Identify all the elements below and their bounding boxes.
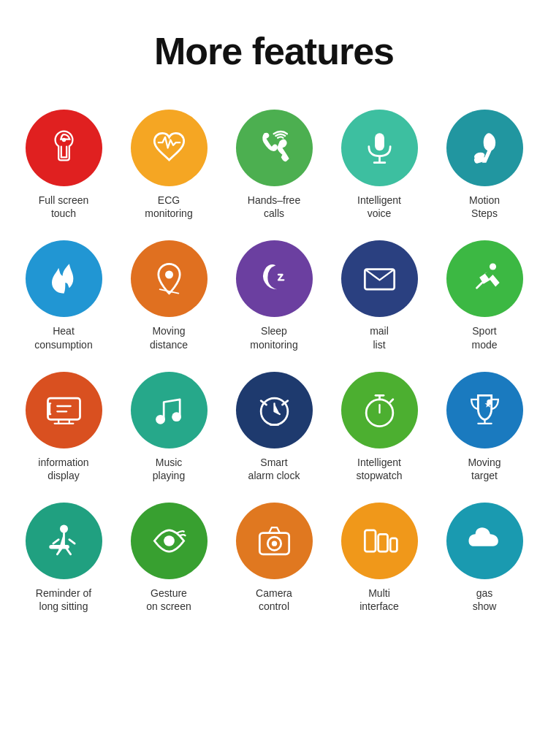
svg-point-10 [156, 415, 165, 424]
feature-item-gesture-on-screen: Gesture on screen [120, 503, 218, 613]
svg-point-6 [165, 271, 173, 279]
svg-point-22 [164, 535, 175, 546]
feature-icon-camera-control [236, 503, 313, 579]
feature-label-hands-free-calls: Hands–free calls [248, 194, 300, 220]
feature-icon-ecg-monitoring [131, 110, 208, 186]
feature-item-multi-interface: Multi interface [330, 503, 428, 613]
feature-item-smart-alarm-clock: Smart alarm clock [225, 372, 323, 482]
feature-item-full-screen-touch: Full screen touch [15, 110, 113, 220]
feature-icon-smart-alarm-clock [236, 372, 313, 448]
feature-item-intelligent-stopwatch: Intelligent stopwatch [330, 372, 428, 482]
page-title: More features [15, 29, 533, 73]
svg-point-20 [60, 525, 68, 533]
svg-line-16 [390, 400, 393, 402]
feature-item-heat-consumption: Heat consumption [15, 240, 113, 351]
feature-label-moving-distance: Moving distance [150, 324, 188, 351]
feature-icon-gas-show [446, 503, 523, 579]
feature-item-hands-free-calls: Hands–free calls [225, 110, 323, 220]
svg-rect-9 [47, 398, 80, 419]
feature-label-intelligent-stopwatch: Intelligent stopwatch [356, 456, 402, 482]
feature-label-gesture-on-screen: Gesture on screen [146, 587, 191, 613]
svg-point-8 [489, 264, 495, 270]
feature-item-camera-control: Camera control [225, 503, 323, 613]
feature-item-intelligent-voice: Intelligent voice [330, 110, 428, 220]
feature-label-ecg-monitoring: ECG monitoring [145, 194, 192, 220]
feature-label-intelligent-voice: Intelligent voice [357, 194, 401, 220]
feature-icon-heat-consumption [26, 240, 102, 317]
feature-item-sport-mode: Sport mode [435, 240, 533, 351]
feature-icon-sleep-monitoring [236, 240, 313, 317]
svg-rect-26 [365, 530, 376, 551]
feature-label-moving-target: Moving target [468, 456, 501, 482]
feature-label-sport-mode: Sport mode [471, 324, 497, 351]
features-grid: Full screen touchECG monitoringHands–fre… [15, 110, 533, 614]
feature-icon-moving-target [446, 372, 523, 448]
feature-item-mail-list: mail list [330, 240, 428, 351]
feature-icon-gesture-on-screen [131, 503, 208, 579]
feature-icon-motion-steps [446, 110, 523, 186]
svg-rect-21 [49, 545, 69, 549]
feature-icon-information-display [26, 372, 102, 448]
svg-rect-28 [390, 538, 397, 551]
feature-item-ecg-monitoring: ECG monitoring [120, 110, 218, 220]
feature-label-full-screen-touch: Full screen touch [39, 194, 88, 220]
feature-item-gas-show: gas show [435, 503, 533, 613]
feature-item-motion-steps: Motion Steps [435, 110, 533, 220]
feature-item-sleep-monitoring: Sleep monitoring [225, 240, 323, 351]
feature-icon-intelligent-voice [341, 110, 418, 186]
feature-icon-reminder-long-sitting [26, 503, 102, 579]
feature-label-mail-list: mail list [370, 324, 389, 351]
svg-rect-27 [378, 534, 387, 551]
feature-label-reminder-long-sitting: Reminder of long sitting [36, 587, 91, 613]
feature-label-gas-show: gas show [473, 587, 497, 613]
feature-item-information-display: information display [15, 372, 113, 482]
feature-icon-hands-free-calls [236, 110, 313, 186]
feature-icon-multi-interface [341, 503, 418, 579]
page-container: More features Full screen touchECG monit… [0, 0, 548, 643]
svg-point-0 [61, 138, 66, 142]
feature-label-information-display: information display [38, 456, 88, 482]
feature-label-camera-control: Camera control [256, 587, 292, 613]
svg-rect-1 [375, 133, 384, 150]
feature-label-music-playing: Music playing [153, 456, 185, 482]
feature-item-moving-target: Moving target [435, 372, 533, 482]
feature-icon-full-screen-touch [26, 110, 102, 186]
feature-icon-music-playing [131, 372, 208, 448]
feature-icon-sport-mode [446, 240, 523, 317]
feature-icon-moving-distance [131, 240, 208, 317]
feature-label-heat-consumption: Heat consumption [34, 324, 92, 351]
svg-point-11 [172, 412, 181, 421]
feature-icon-intelligent-stopwatch [341, 372, 418, 448]
feature-item-music-playing: Music playing [120, 372, 218, 482]
feature-label-multi-interface: Multi interface [359, 587, 399, 613]
feature-item-moving-distance: Moving distance [120, 240, 218, 351]
feature-label-sleep-monitoring: Sleep monitoring [250, 324, 297, 351]
feature-label-motion-steps: Motion Steps [469, 194, 500, 220]
feature-icon-mail-list [341, 240, 418, 317]
feature-item-reminder-long-sitting: Reminder of long sitting [15, 503, 113, 613]
svg-point-25 [271, 541, 276, 546]
feature-label-smart-alarm-clock: Smart alarm clock [248, 456, 300, 482]
